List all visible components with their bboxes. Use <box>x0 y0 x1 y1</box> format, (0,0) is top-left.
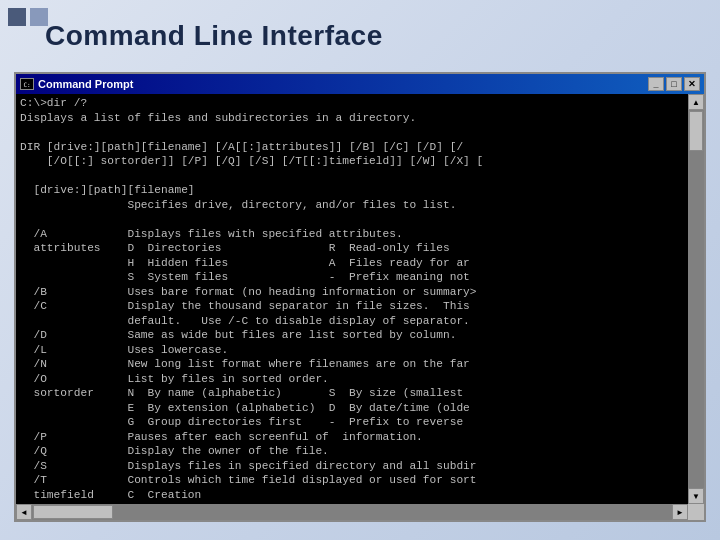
decorative-squares <box>8 8 48 26</box>
page-title: Command Line Interface <box>45 20 383 52</box>
scroll-down-button[interactable]: ▼ <box>688 488 704 504</box>
cmd-body: C:\>dir /? Displays a list of files and … <box>16 94 704 504</box>
cmd-text-output: C:\>dir /? Displays a list of files and … <box>20 96 684 504</box>
vertical-scrollbar[interactable]: ▲ ▼ <box>688 94 704 504</box>
resize-corner <box>688 504 704 520</box>
cmd-title-text: Command Prompt <box>38 78 133 90</box>
cmd-icon <box>20 78 34 90</box>
hscroll-track[interactable] <box>32 504 672 520</box>
horizontal-scrollbar[interactable]: ◄ ► <box>16 504 688 520</box>
scroll-thumb[interactable] <box>689 111 703 151</box>
cmd-content: C:\>dir /? Displays a list of files and … <box>16 94 688 504</box>
cmd-window: Command Prompt _ □ ✕ C:\>dir /? Displays… <box>14 72 706 522</box>
maximize-button[interactable]: □ <box>666 77 682 91</box>
close-button[interactable]: ✕ <box>684 77 700 91</box>
scroll-left-button[interactable]: ◄ <box>16 504 32 520</box>
scroll-track[interactable] <box>688 110 704 488</box>
titlebar-buttons: _ □ ✕ <box>648 77 700 91</box>
scroll-up-button[interactable]: ▲ <box>688 94 704 110</box>
titlebar-left: Command Prompt <box>20 78 133 90</box>
hscrollbar-row: ◄ ► <box>16 504 704 520</box>
minimize-button[interactable]: _ <box>648 77 664 91</box>
hscroll-thumb[interactable] <box>33 505 113 519</box>
cmd-titlebar: Command Prompt _ □ ✕ <box>16 74 704 94</box>
scroll-right-button[interactable]: ► <box>672 504 688 520</box>
deco-sq-1 <box>8 8 26 26</box>
